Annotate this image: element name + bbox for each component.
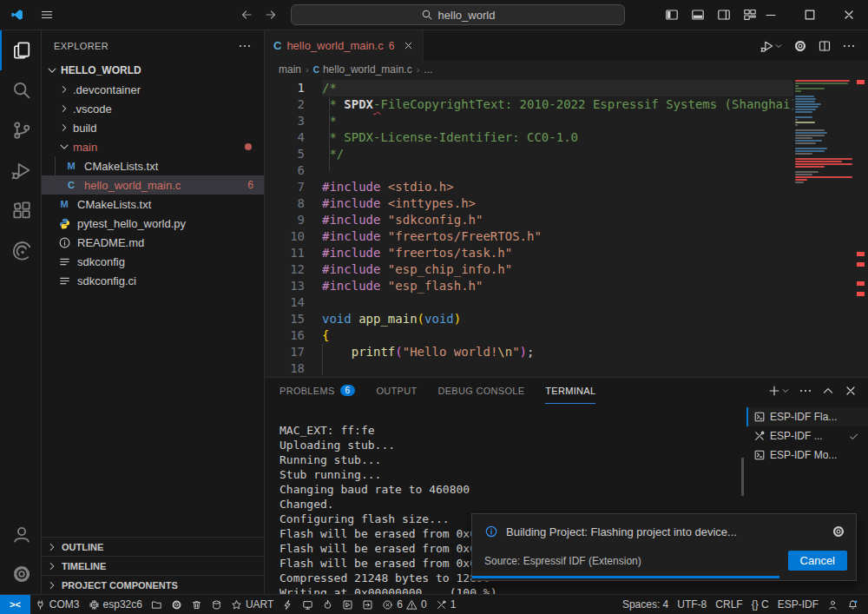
status-project-folder[interactable] [147, 595, 167, 614]
code-line[interactable]: #include <stdio.h> [322, 179, 793, 195]
status-build-flash-monitor[interactable] [318, 595, 338, 614]
close-tab-icon[interactable] [403, 40, 414, 51]
status-open-idf-terminal[interactable] [338, 595, 358, 614]
panel-tab-output[interactable]: OUTPUT [376, 378, 417, 404]
status-erase-flash[interactable] [207, 595, 227, 614]
status-idf-tools[interactable]: 1 [431, 595, 461, 614]
tree-item-cmakelists-txt[interactable]: MCMakeLists.txt [42, 156, 264, 175]
code-line[interactable]: { [322, 327, 793, 344]
tree-item-main[interactable]: main [42, 137, 264, 156]
command-center-search[interactable]: hello_world [291, 4, 625, 25]
code-line[interactable]: #include "freertos/task.h" [322, 245, 793, 261]
activity-item-account[interactable] [0, 514, 41, 554]
activity-item-search[interactable] [0, 70, 41, 110]
status-feedback[interactable] [823, 595, 843, 614]
notification-settings-icon[interactable] [832, 525, 845, 538]
section-timeline[interactable]: TIMELINE [42, 556, 264, 575]
activity-item-run-debug[interactable] [0, 150, 41, 190]
status-flash-method[interactable]: UART [227, 595, 278, 614]
breadcrumb-item-main[interactable]: main [279, 63, 301, 76]
toggle-secondary-sidebar-icon[interactable] [717, 8, 731, 22]
activity-item-settings[interactable] [0, 554, 41, 594]
section-project-components[interactable]: PROJECT COMPONENTS [42, 575, 264, 594]
status-monitor-device[interactable] [298, 595, 318, 614]
toggle-sidebar-icon[interactable] [665, 8, 679, 22]
status-menuconfig[interactable] [167, 595, 187, 614]
status-problems[interactable]: 60 [378, 595, 431, 614]
code-line[interactable]: #include "freertos/FreeRTOS.h" [322, 228, 793, 245]
editor-settings-icon[interactable] [793, 39, 807, 53]
status-notifications[interactable] [843, 595, 863, 614]
code-line[interactable]: * SPDX-License-Identifier: CC0-1.0 [322, 129, 793, 146]
tree-item-devcontainer[interactable]: .devcontainer [42, 80, 264, 99]
tree-item-hello-world-main-c[interactable]: Chello_world_main.c6 [42, 175, 264, 195]
tree-item-cmakelists-txt[interactable]: MCMakeLists.txt [42, 195, 264, 214]
maximize-button[interactable] [790, 0, 829, 30]
close-button[interactable] [829, 0, 868, 30]
code-line[interactable]: void app_main(void) [322, 311, 793, 327]
close-panel-icon[interactable] [844, 384, 858, 398]
toggle-panel-icon[interactable] [691, 8, 705, 22]
tab-hello-world-main[interactable]: C hello_world_main.c 6 [265, 30, 424, 61]
status-serial-port[interactable]: COM3 [30, 595, 84, 614]
back-arrow-icon[interactable] [240, 8, 253, 22]
run-debug-button[interactable] [760, 39, 783, 53]
breadcrumb-item-[interactable]: ... [424, 63, 432, 76]
breadcrumb-item-hello-world-main-c[interactable]: Chello_world_main.c [313, 63, 412, 76]
status-full-clean[interactable] [187, 595, 207, 614]
activity-item-source-control[interactable] [0, 110, 41, 150]
tree-item-vscode[interactable]: .vscode [42, 99, 264, 118]
status-eol[interactable]: CRLF [711, 595, 746, 614]
terminal-list-item-esp-idf-mo[interactable]: ESP-IDF Mo... [746, 446, 868, 465]
status-indentation[interactable]: Spaces: 4 [618, 595, 673, 614]
minimize-button[interactable] [751, 0, 790, 30]
minimap[interactable] [795, 80, 854, 377]
maximize-panel-icon[interactable] [821, 384, 835, 398]
code-line[interactable] [322, 294, 793, 311]
new-terminal-button[interactable] [767, 384, 790, 398]
tree-item-sdkconfig[interactable]: sdkconfig [42, 252, 264, 271]
activity-item-espressif[interactable] [0, 230, 41, 270]
status-language-mode[interactable]: {} C [747, 595, 773, 614]
section-outline[interactable]: OUTLINE [42, 537, 264, 556]
panel-tab-debug-console[interactable]: DEBUG CONSOLE [437, 378, 524, 404]
code-line[interactable]: * [322, 113, 793, 129]
code-line[interactable]: #include "esp_chip_info.h" [322, 261, 793, 278]
terminal-list-item-esp-idf-fla[interactable]: ESP-IDF Fla... [746, 407, 868, 426]
chevron-right-icon [45, 579, 59, 591]
terminal-list-item-esp-idf[interactable]: ESP-IDF ... [746, 426, 868, 446]
code-line[interactable]: * SPDX-FileCopyrightText: 2010-2022 Espr… [322, 96, 793, 113]
code-line[interactable]: #include "sdkconfig.h" [322, 212, 793, 228]
code-line[interactable]: #include "esp_flash.h" [322, 278, 793, 294]
terminal-scrollbar[interactable] [741, 458, 744, 496]
activity-item-explorer[interactable] [0, 30, 41, 70]
split-editor-icon[interactable] [818, 39, 832, 53]
activity-item-extensions[interactable] [0, 190, 41, 230]
code-line[interactable]: #include <inttypes.h> [322, 195, 793, 212]
code-line[interactable]: printf("Hello world!\n"); [322, 344, 793, 360]
panel-more-actions-icon[interactable] [799, 384, 812, 398]
tree-item-hello-world[interactable]: HELLO_WORLD [42, 61, 264, 80]
panel-tab-problems[interactable]: PROBLEMS6 [279, 378, 355, 404]
code-line[interactable] [322, 162, 793, 179]
status-encoding[interactable]: UTF-8 [673, 595, 711, 614]
forward-arrow-icon[interactable] [264, 8, 278, 22]
tree-item-readme-md[interactable]: README.md [42, 233, 264, 252]
editor-more-actions-icon[interactable] [842, 39, 856, 53]
remote-indicator[interactable]: >< [0, 595, 30, 614]
cancel-button[interactable]: Cancel [788, 551, 847, 571]
menu-icon[interactable] [40, 8, 54, 22]
status-flash-device[interactable] [278, 595, 298, 614]
code-editor[interactable]: 123456789101112131415161718 /* * SPDX-Fi… [265, 78, 868, 377]
status-device-target[interactable]: esp32c6 [84, 595, 147, 614]
tree-item-sdkconfig-ci[interactable]: sdkconfig.ci [42, 271, 264, 290]
status-execute-custom-task[interactable] [358, 595, 378, 614]
tree-item-pytest-hello-world-py[interactable]: pytest_hello_world.py [42, 214, 264, 233]
explorer-more-actions-icon[interactable] [238, 39, 252, 53]
tree-item-build[interactable]: build [42, 118, 264, 137]
status-esp-idf-version[interactable]: ESP-IDF [773, 595, 823, 614]
code-line[interactable] [322, 360, 793, 377]
code-line[interactable]: */ [322, 146, 793, 162]
panel-tab-terminal[interactable]: TERMINAL [545, 378, 595, 404]
code-line[interactable]: /* [322, 80, 793, 96]
